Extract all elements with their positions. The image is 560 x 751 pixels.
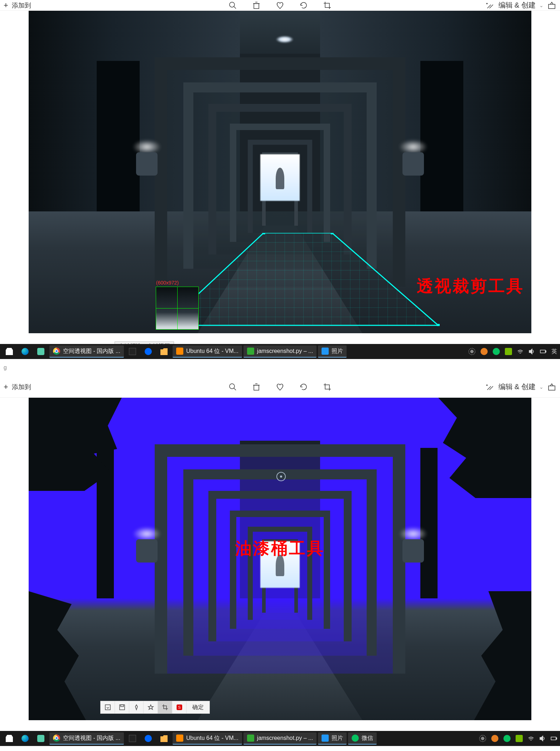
system-tray[interactable]: 英 [468,348,557,355]
share-icon[interactable] [547,1,556,10]
heart-icon[interactable] [275,1,285,10]
toolbar-center-icons [228,1,332,10]
tray-nvidia-icon[interactable] [516,735,523,742]
taskbar-explorer[interactable] [157,732,171,745]
windows-taskbar-2[interactable]: 空间透视图 - 国内版 ... Ubuntu 64 位 - VM... jams… [0,731,560,746]
perspective-crop-overlay[interactable] [163,233,440,326]
crop-icon[interactable] [323,382,332,392]
taskbar-vmware[interactable]: Ubuntu 64 位 - VM... [173,732,242,745]
taskbar-chat[interactable] [34,732,48,745]
svg-rect-31 [120,705,125,710]
svg-line-1 [234,6,236,9]
plus-icon[interactable]: + [4,382,8,392]
photos-toolbar-2: + 添加到 编辑 & 创建 ⌄ [0,376,560,398]
heart-icon[interactable] [275,382,285,392]
volume-icon[interactable] [528,348,535,355]
windows-taskbar-1[interactable]: 空间透视图 - 国内版 ... Ubuntu 64 位 - VM... jams… [0,344,560,359]
volume-icon[interactable] [539,735,546,742]
taskbar-photos[interactable]: 照片 [318,345,347,358]
taskbar-store[interactable] [2,345,16,358]
svg-rect-20 [254,385,259,390]
taskbar-k[interactable] [141,732,155,745]
tray-app-icon[interactable] [491,735,498,742]
taskbar-explorer[interactable] [157,345,171,358]
add-to-label[interactable]: 添加到 [12,383,31,391]
ts-stamp-button[interactable]: S [172,701,187,713]
wifi-icon[interactable] [528,735,534,742]
ime-indicator[interactable]: 英 [551,348,557,355]
taskbar-pycharm[interactable]: jamscreenshot.py – ... [243,345,317,358]
svg-rect-27 [549,386,555,390]
ts-confirm-button[interactable]: 确定 [187,704,209,711]
tray-wechat-icon[interactable] [493,348,500,355]
battery-icon[interactable] [540,348,546,355]
taskbar-chat[interactable] [34,345,48,358]
add-to-label[interactable]: 添加到 [12,1,31,10]
svg-point-29 [280,475,282,478]
annotation-label-2: 油漆桶工具 [235,537,325,560]
tray-gear-icon[interactable] [479,735,486,742]
section-2: g + 添加到 编辑 & 创建 ⌄ [0,359,560,746]
edit-tools-icon[interactable] [486,1,495,10]
share-icon[interactable] [547,382,556,392]
ts-save-button[interactable] [115,701,129,713]
chevron-down-icon[interactable]: ⌄ [539,384,544,390]
svg-line-19 [234,388,236,390]
taskbar-vmware[interactable]: Ubuntu 64 位 - VM... [173,345,242,358]
svg-marker-15 [529,349,532,354]
zoom-icon[interactable] [228,1,237,10]
tray-wechat-icon[interactable] [503,735,511,742]
tray-gear-icon[interactable] [468,348,475,355]
system-tray-2[interactable] [479,735,557,742]
chevron-down-icon[interactable]: ⌄ [539,3,544,8]
taskbar-wechat[interactable]: 微信 [348,732,377,745]
delete-icon[interactable] [252,382,261,392]
svg-rect-9 [549,4,555,9]
taskbar-chrome[interactable]: 空间透视图 - 国内版 ... [49,345,124,358]
taskbar-terminal[interactable] [125,732,140,745]
svg-point-0 [230,2,235,7]
tray-nvidia-icon[interactable] [505,348,512,355]
rotate-icon[interactable] [299,382,308,392]
battery-icon[interactable] [551,735,557,742]
zoom-icon[interactable] [228,382,237,392]
svg-rect-12 [330,233,333,234]
toolbar-center-icons-2 [228,382,332,392]
section-1: + 添加到 编辑 & 创建 ⌄ [0,0,560,359]
svg-marker-36 [540,736,543,741]
crop-icon[interactable] [323,1,332,10]
screenshot-toolstrip[interactable]: S 确定 [100,701,210,714]
image2-canvas[interactable]: 油漆桶工具 S 确定 [29,398,531,720]
edit-create-label[interactable]: 编辑 & 创建 [498,0,536,10]
ts-pin-button[interactable] [129,701,144,713]
edit-tools-icon[interactable] [486,382,495,392]
taskbar-pycharm[interactable]: jamscreenshot.py – ... [243,732,317,745]
plus-icon[interactable]: + [4,1,8,10]
taskbar-edge[interactable] [18,732,32,745]
rotate-icon[interactable] [299,1,308,10]
svg-rect-30 [105,705,110,710]
taskbar-store[interactable] [2,732,16,745]
tray-app-icon[interactable] [481,348,488,355]
filename-label: g [4,364,7,371]
taskbar-chrome[interactable]: 空间透视图 - 国内版 ... [49,732,124,745]
svg-marker-10 [165,233,438,325]
svg-rect-17 [545,351,546,352]
photos-toolbar-partial: + 添加到 编辑 & 创建 ⌄ [0,0,560,11]
cursor-target-icon [276,471,286,482]
taskbar-photos[interactable]: 照片 [318,732,347,745]
image1-canvas[interactable]: (600x972) 透视裁剪工具 [29,11,531,333]
wifi-icon[interactable] [517,348,523,355]
edit-create-label[interactable]: 编辑 & 创建 [498,382,536,392]
taskbar-k[interactable] [141,345,155,358]
ts-star-button[interactable] [144,701,158,713]
delete-icon[interactable] [252,1,261,10]
image2-wrap: 油漆桶工具 S 确定 [0,398,560,731]
svg-text:S: S [178,705,180,709]
taskbar-edge[interactable] [18,345,32,358]
svg-rect-37 [551,737,556,740]
svg-rect-2 [254,4,259,9]
ts-export-button[interactable] [101,701,115,713]
ts-crop-button[interactable] [158,701,172,713]
taskbar-terminal[interactable] [125,345,140,358]
